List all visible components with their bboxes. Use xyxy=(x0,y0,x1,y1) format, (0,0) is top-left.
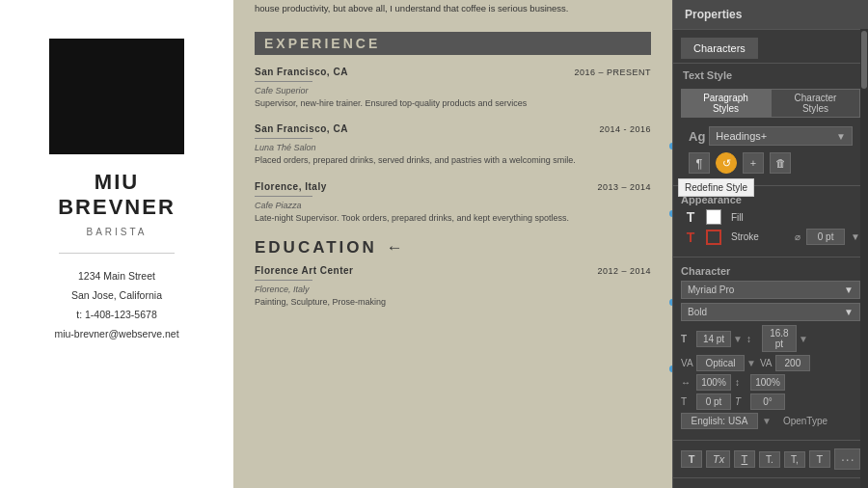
anchor-dot-1 xyxy=(669,143,672,149)
more-options-btn[interactable]: ··· xyxy=(834,448,860,470)
skew-field: T 0° xyxy=(735,393,785,410)
font-size-field: T 14 pt ▼ xyxy=(681,331,743,347)
stroke-value: ⌀ xyxy=(795,231,800,242)
redefine-style-btn[interactable]: ↺ Redefine Style xyxy=(716,152,737,174)
type-btn-3[interactable]: T xyxy=(734,450,755,468)
tab-characters[interactable]: Characters xyxy=(681,38,758,59)
fill-color-box[interactable] xyxy=(706,209,721,225)
baseline-input[interactable]: 0 pt xyxy=(696,393,731,410)
vscale-field: ↕ 100% xyxy=(735,374,785,391)
panel-tabs: Characters xyxy=(673,30,868,64)
leading-input[interactable]: 16.8 pt xyxy=(762,325,797,352)
type-btn-5[interactable]: T, xyxy=(784,451,805,468)
properties-panel: Properties Characters Text Style Paragra… xyxy=(672,0,868,488)
icon-row: ¶ ↺ Redefine Style + 🗑 xyxy=(681,149,860,177)
type-btn-2[interactable]: Tx xyxy=(706,450,730,468)
divider-2 xyxy=(673,257,868,258)
goals-text: Beyond my legendary cappucino swinging s… xyxy=(255,0,651,16)
delete-style-btn[interactable]: 🗑 xyxy=(770,152,791,174)
exp3-desc: Late-night Supervisor. Took orders, prep… xyxy=(255,212,651,226)
font-style-arrow: ▼ xyxy=(844,307,854,317)
edu1-desc: Painting, Sculpture, Prose-making xyxy=(255,296,651,310)
style-dropdown-row: Ag Headings+ ▼ xyxy=(681,123,860,149)
text-style-label: Text Style xyxy=(673,64,868,85)
tracking-input[interactable]: 200 xyxy=(775,355,810,371)
exp1-years: 2016 – PRESENT xyxy=(574,68,651,77)
exp3-divider xyxy=(255,196,312,197)
vscale-input[interactable]: 100% xyxy=(750,374,785,391)
panel-scrollbar[interactable] xyxy=(860,29,868,488)
stroke-color-box[interactable] xyxy=(706,230,721,245)
kerning-icon: VA xyxy=(681,358,694,368)
text-style-row: Paragraph Styles Character Styles Ag Hea… xyxy=(673,85,868,181)
resume-photo xyxy=(49,39,184,154)
stroke-row: T Stroke ⌀ 0 pt ▼ xyxy=(681,229,860,245)
paragraph-icon-btn[interactable]: ¶ xyxy=(689,152,710,174)
exp2-location: San Francisco, CA xyxy=(255,123,348,134)
baseline-skew-row: T 0 pt T 0° xyxy=(681,393,860,410)
divider-3 xyxy=(673,440,868,441)
style-tabs: Paragraph Styles Character Styles xyxy=(681,89,860,118)
type-btn-1[interactable]: T xyxy=(681,450,702,468)
resume-sidebar: MIUBREVNER BARISTA 1234 Main Street San … xyxy=(0,0,233,488)
font-style-dropdown[interactable]: Bold ▼ xyxy=(681,303,860,321)
anchor-dot-4 xyxy=(669,366,672,372)
style-dropdown[interactable]: Headings+ ▼ xyxy=(709,126,853,146)
opentype-label: OpenType xyxy=(783,416,827,426)
hscale-field: ↔ 100% xyxy=(681,374,731,391)
scrollbar-thumb[interactable] xyxy=(861,31,867,89)
ag-icon: Ag xyxy=(689,129,705,144)
new-style-btn[interactable]: + xyxy=(743,152,764,174)
skew-icon: T xyxy=(735,396,748,407)
skew-input[interactable]: 0° xyxy=(750,393,785,410)
resume-divider xyxy=(59,253,175,254)
type-btn-6[interactable]: T xyxy=(809,450,830,468)
baseline-icon: T xyxy=(681,396,694,407)
font-size-input[interactable]: 14 pt xyxy=(696,331,731,347)
language-row: English: USA ▼ OpenType xyxy=(681,413,860,429)
stroke-label: Stroke xyxy=(731,231,759,242)
stroke-value-input[interactable]: 0 pt xyxy=(806,229,845,245)
resume-contact: 1234 Main Street San Jose, California t:… xyxy=(54,267,178,344)
resume-title: BARISTA xyxy=(86,227,147,237)
size-leading-row: T 14 pt ▼ ↕ 16.8 pt ▼ xyxy=(681,325,860,352)
baseline-field: T 0 pt xyxy=(681,393,731,410)
exp1-location: San Francisco, CA xyxy=(255,67,348,77)
fill-label: Fill xyxy=(731,212,744,223)
paragraph-section: Paragraph ≡ ≡ ≡ ≡ ≡ ≡ ≡ xyxy=(673,482,868,488)
edu1-divider xyxy=(255,280,312,281)
edu1-location: Florence, Italy xyxy=(255,285,651,294)
kerning-input[interactable]: Optical xyxy=(696,355,745,371)
exp1-divider xyxy=(255,81,312,82)
experience-section-title: EXPERIENCE xyxy=(255,32,651,55)
contact-phone: t: 1-408-123-5678 xyxy=(54,306,178,325)
experience-entry-1: San Francisco, CA 2016 – PRESENT Cafe Su… xyxy=(255,67,651,111)
tracking-icon: VA xyxy=(760,358,773,368)
font-size-icon: T xyxy=(681,334,694,344)
font-name-dropdown[interactable]: Myriad Pro ▼ xyxy=(681,281,860,299)
resume-name: MIUBREVNER xyxy=(58,170,176,221)
language-input[interactable]: English: USA xyxy=(681,413,758,429)
dropdown-arrow-icon: ▼ xyxy=(836,131,846,142)
exp1-desc: Supervisor, new-hire trainer. Ensured to… xyxy=(255,97,651,111)
anchor-dot-3 xyxy=(669,299,672,306)
vscale-icon: ↕ xyxy=(735,377,748,388)
paragraph-styles-tab[interactable]: Paragraph Styles xyxy=(681,89,771,118)
exp2-divider xyxy=(255,138,312,139)
leading-field: ↕ 16.8 pt ▼ xyxy=(746,325,808,352)
character-section: Character Myriad Pro ▼ Bold ▼ T 14 pt ▼ … xyxy=(673,261,868,436)
character-styles-tab[interactable]: Character Styles xyxy=(771,89,860,118)
exp1-company: Cafe Superior xyxy=(255,86,651,95)
anchor-dot-2 xyxy=(669,210,672,217)
type-btn-row: T Tx T T. T, T ··· xyxy=(673,445,868,474)
type-btn-4[interactable]: T. xyxy=(759,451,780,468)
experience-entry-2: San Francisco, CA 2014 - 2016 Luna Thé S… xyxy=(255,123,651,168)
exp3-location: Florence, Italy xyxy=(255,181,327,192)
contact-city: San Jose, California xyxy=(54,286,178,306)
resume-content: GOALS ← Beyond my legendary cappucino sw… xyxy=(233,0,672,488)
scale-row: ↔ 100% ↕ 100% xyxy=(681,374,860,391)
fill-icon: T xyxy=(681,209,700,225)
hscale-input[interactable]: 100% xyxy=(696,374,731,391)
exp3-company: Cafe Piazza xyxy=(255,201,651,210)
education-section-title: EDUCATION ← xyxy=(255,238,651,258)
